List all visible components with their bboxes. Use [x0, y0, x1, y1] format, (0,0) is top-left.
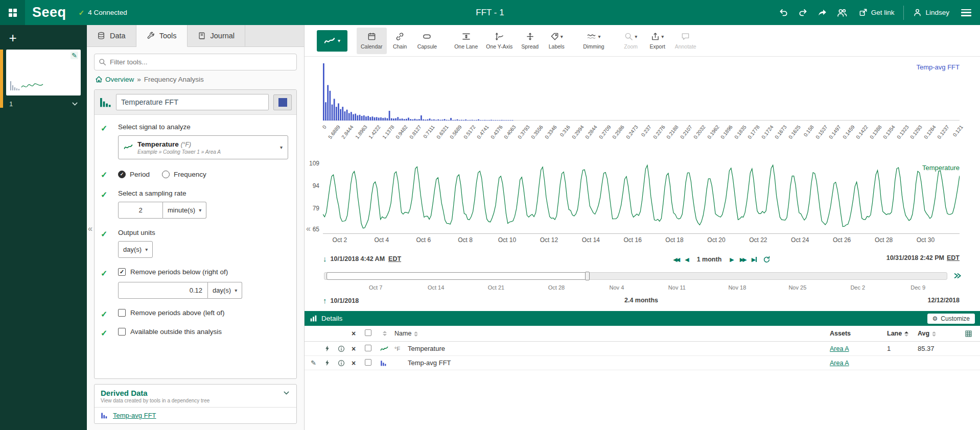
- dimming-button[interactable]: ▾ Dimming: [579, 28, 608, 54]
- present-button[interactable]: [813, 0, 832, 25]
- frequency-radio-label[interactable]: Frequency: [174, 171, 206, 178]
- chain-button[interactable]: Chain: [387, 28, 413, 54]
- display-end-timezone-link[interactable]: EDT: [947, 254, 960, 261]
- range-start-arrow-icon[interactable]: ↓: [323, 254, 327, 263]
- undo-button[interactable]: [774, 0, 794, 25]
- sort-icon[interactable]: [932, 331, 936, 337]
- remove-below-unit-select[interactable]: day(s)▾: [208, 282, 242, 299]
- period-radio-label[interactable]: Period: [130, 171, 150, 178]
- worksheet-thumbnail[interactable]: ✎: [6, 50, 81, 95]
- quick-action-bolt-icon[interactable]: [324, 345, 338, 352]
- user-menu-button[interactable]: Lindsey: [906, 0, 956, 25]
- item-name[interactable]: Temp-avg FFT: [408, 359, 830, 367]
- step-back-icon[interactable]: ◀: [685, 254, 688, 265]
- step-size-label[interactable]: 1 month: [697, 256, 722, 263]
- new-worksheet-button[interactable]: +: [5, 31, 20, 44]
- lane-column-header[interactable]: Lane: [887, 330, 902, 337]
- investigate-start-arrow-icon[interactable]: ↑: [323, 296, 327, 305]
- derived-item-link[interactable]: Temp-avg FFT: [113, 412, 156, 419]
- output-unit-select[interactable]: day(s)▾: [118, 241, 153, 258]
- customize-button[interactable]: ⚙ Customize: [927, 314, 975, 324]
- sampling-rate-input[interactable]: [118, 202, 163, 219]
- name-column-header[interactable]: Name: [394, 330, 411, 337]
- fft-chart[interactable]: Temp-avg FFT: [323, 62, 960, 121]
- collapse-tools-panel-handle[interactable]: «: [306, 225, 311, 233]
- tool-name-input[interactable]: [116, 94, 269, 110]
- avg-column-header[interactable]: Avg: [918, 330, 929, 337]
- range-slider-track[interactable]: [324, 272, 947, 280]
- filter-tools-input[interactable]: [94, 54, 297, 70]
- range-slider-selection[interactable]: [326, 272, 589, 280]
- step-forward-half-icon[interactable]: ▶▶: [740, 254, 745, 265]
- tab-data[interactable]: Data: [87, 25, 136, 46]
- sort-icon[interactable]: [414, 331, 418, 337]
- item-info-icon[interactable]: [338, 360, 352, 367]
- get-link-button[interactable]: Get link: [852, 0, 902, 25]
- edit-worksheet-icon[interactable]: ✎: [71, 52, 78, 59]
- table-row-temp-avg-fft[interactable]: ✎ × Temp-avg FFT Area A: [305, 356, 980, 370]
- calendar-button[interactable]: Calendar: [357, 28, 387, 54]
- remove-above-checkbox[interactable]: [118, 309, 126, 317]
- table-row-temperature[interactable]: × °F Temperature Area A 1 85.37: [305, 342, 980, 356]
- select-all-checkbox[interactable]: [365, 329, 371, 336]
- assets-column-header[interactable]: Assets: [830, 330, 851, 337]
- users-button[interactable]: [832, 0, 852, 25]
- tab-tools[interactable]: Tools: [136, 25, 188, 47]
- remove-below-label[interactable]: Remove periods below (right of): [130, 268, 228, 276]
- app-launcher-button[interactable]: [0, 0, 25, 25]
- remove-above-label[interactable]: Remove periods above (left of): [130, 309, 225, 317]
- derived-data-header[interactable]: Derived Data: [95, 385, 296, 398]
- main-menu-button[interactable]: [956, 0, 976, 25]
- one-lane-button[interactable]: One Lane: [450, 28, 482, 54]
- period-radio[interactable]: ✓: [118, 171, 126, 178]
- select-item-checkbox[interactable]: [365, 345, 371, 351]
- asset-link[interactable]: Area A: [830, 345, 849, 352]
- signal-color-button[interactable]: [273, 94, 292, 110]
- quick-action-bolt-icon[interactable]: [324, 360, 338, 366]
- investigate-duration[interactable]: 2.4 months: [624, 297, 658, 304]
- step-back-half-icon[interactable]: ◀◀: [673, 254, 679, 265]
- slider-expand-icon[interactable]: [953, 272, 962, 280]
- sort-icon[interactable]: [383, 331, 387, 336]
- remove-item-button[interactable]: ×: [352, 345, 365, 353]
- redo-button[interactable]: [794, 0, 813, 25]
- item-info-icon[interactable]: [338, 345, 352, 352]
- one-y-axis-button[interactable]: One Y-Axis: [482, 28, 517, 54]
- remove-item-button[interactable]: ×: [352, 359, 365, 367]
- connected-status[interactable]: ✓ 4 Connected: [79, 9, 127, 17]
- export-button[interactable]: ▾ Export: [644, 28, 671, 54]
- sampling-unit-select[interactable]: minute(s)▾: [163, 202, 206, 219]
- refresh-icon[interactable]: [763, 256, 771, 264]
- view-selector-button[interactable]: ▾: [317, 30, 347, 52]
- breadcrumb-overview-link[interactable]: Overview: [95, 76, 134, 83]
- range-slider-handle[interactable]: [585, 272, 590, 280]
- step-to-end-icon[interactable]: ▶: [752, 254, 757, 265]
- spread-button[interactable]: Spread: [517, 28, 543, 54]
- temperature-chart[interactable]: Temperature: [323, 159, 960, 234]
- capsule-button[interactable]: Capsule: [413, 28, 441, 54]
- investigate-start[interactable]: 10/1/2018: [331, 297, 359, 304]
- fft-series-label[interactable]: Temp-avg FFT: [916, 63, 960, 71]
- sort-asc-icon[interactable]: [904, 331, 908, 337]
- step-forward-icon[interactable]: ▶: [730, 254, 733, 265]
- display-start[interactable]: 10/1/2018 4:42 AM: [331, 255, 385, 262]
- investigate-end[interactable]: 12/12/2018: [927, 297, 960, 304]
- asset-link[interactable]: Area A: [830, 360, 849, 367]
- table-grid-icon[interactable]: [965, 330, 972, 338]
- labels-button[interactable]: ▾ Labels: [543, 28, 570, 54]
- remove-all-items-button[interactable]: ×: [352, 329, 365, 338]
- available-outside-checkbox[interactable]: [118, 328, 126, 336]
- display-end[interactable]: 10/31/2018 2:42 PM: [886, 254, 944, 261]
- available-outside-label[interactable]: Available outside this analysis: [130, 328, 222, 336]
- edit-item-pencil-icon[interactable]: ✎: [311, 359, 324, 367]
- signal-select-dropdown[interactable]: Temperature(°F) Example » Cooling Tower …: [118, 135, 288, 159]
- worksheet-chevron-down-icon[interactable]: [71, 100, 79, 108]
- tab-journal[interactable]: Journal: [188, 25, 246, 46]
- display-start-timezone-link[interactable]: EDT: [388, 255, 401, 262]
- item-name[interactable]: Temperature: [408, 345, 830, 352]
- select-item-checkbox[interactable]: [365, 359, 371, 366]
- frequency-radio[interactable]: [162, 171, 170, 178]
- remove-below-checkbox[interactable]: ✓: [118, 268, 126, 276]
- remove-below-input[interactable]: [118, 282, 208, 299]
- temperature-series-label[interactable]: Temperature: [922, 164, 960, 172]
